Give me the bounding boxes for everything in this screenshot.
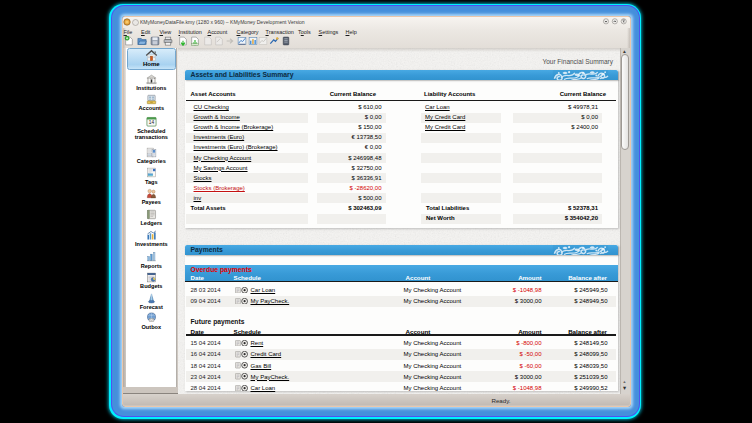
svg-text:14: 14	[149, 120, 155, 125]
